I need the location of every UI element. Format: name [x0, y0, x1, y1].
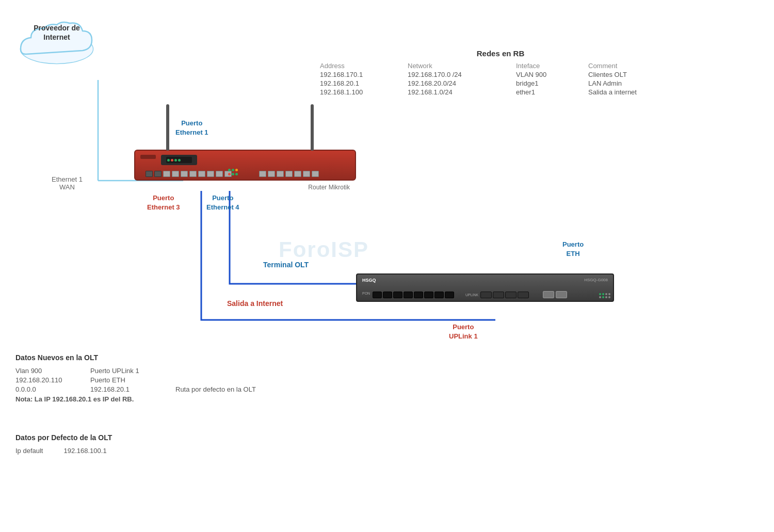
datos-defecto-row1: Ip default 192.168.100.1	[15, 447, 112, 455]
redes-row1-address: 192.168.170.1	[320, 71, 402, 78]
diagram-container: Proveedor de Internet Ethernet 1 WAN	[0, 0, 774, 532]
redes-row2-comment: LAN Admin	[588, 79, 681, 87]
redes-header-address: Address	[320, 62, 402, 70]
datos-nuevos-row2-col2: Puerto ETH	[90, 376, 168, 384]
datos-nuevos-row3-col3: Ruta por defecto en la OLT	[175, 385, 256, 393]
redes-table: Redes en RB Address Network Inteface Com…	[320, 49, 681, 96]
datos-defecto-col2: 192.168.100.1	[64, 447, 107, 455]
watermark: ForoISP	[279, 237, 369, 262]
redes-grid: Address Network Inteface Comment 192.168…	[320, 62, 681, 96]
redes-row3-network: 192.168.1.0/24	[408, 88, 511, 96]
datos-nuevos-row1: Vlan 900 Puerto UPLink 1	[15, 367, 256, 375]
router-device: Router Mikrotik	[134, 150, 356, 191]
datos-nuevos-nota: Nota: La IP 192.168.20.1 es IP del RB.	[15, 395, 256, 403]
datos-defecto-col1: Ip default	[15, 447, 43, 455]
eth1-wan-label: Ethernet 1 WAN	[52, 175, 83, 191]
antenna-left	[166, 104, 169, 151]
datos-nuevos-row3-col1: 0.0.0.0	[15, 385, 83, 393]
datos-nuevos-row3-col2: 192.168.20.1	[90, 385, 168, 393]
datos-nuevos-row1-col1: Vlan 900	[15, 367, 83, 375]
redes-row3-interface: ether1	[516, 88, 583, 96]
datos-nuevos-row2: 192.168.20.110 Puerto ETH	[15, 376, 256, 384]
redes-title: Redes en RB	[320, 49, 681, 58]
olt-brand: HSGQ	[362, 278, 376, 283]
redes-row1-network: 192.168.170.0 /24	[408, 71, 511, 78]
cloud-isp: Proveedor de Internet	[15, 15, 98, 77]
router-label: Router Mikrotik	[308, 184, 350, 191]
port-eth4-label: Puerto Ethernet 4	[206, 194, 239, 212]
salida-internet-label: Salida a Internet	[227, 299, 283, 308]
olt-device: HSGQ HSGQ-G008 PON UPLINK	[356, 273, 614, 310]
redes-header-comment: Comment	[588, 62, 681, 70]
datos-nuevos-title: Datos Nuevos en la OLT	[15, 353, 256, 362]
olt-body: HSGQ HSGQ-G008 PON UPLINK	[356, 273, 614, 302]
datos-defecto-section: Datos por Defecto de la OLT Ip default 1…	[15, 433, 112, 455]
redes-row2-interface: bridge1	[516, 79, 583, 87]
cloud-label: Proveedor de Internet	[15, 23, 98, 42]
datos-defecto-title: Datos por Defecto de la OLT	[15, 433, 112, 442]
datos-nuevos-row3: 0.0.0.0 192.168.20.1 Ruta por defecto en…	[15, 385, 256, 393]
redes-row2-network: 192.168.20.0/24	[408, 79, 511, 87]
redes-row1-comment: Clientes OLT	[588, 71, 681, 78]
port-eth1-label: Puerto Ethernet 1	[175, 119, 208, 137]
redes-header-interface: Inteface	[516, 62, 583, 70]
redes-header-network: Network	[408, 62, 511, 70]
port-uplink-label: Puerto UPLink 1	[449, 323, 478, 341]
datos-nuevos-row1-col2: Puerto UPLink 1	[90, 367, 168, 375]
router-body: Router Mikrotik	[134, 150, 356, 181]
redes-row1-interface: VLAN 900	[516, 71, 583, 78]
port-eth-label: Puerto ETH	[562, 240, 584, 259]
datos-nuevos-section: Datos Nuevos en la OLT Vlan 900 Puerto U…	[15, 353, 256, 403]
redes-row3-address: 192.168.1.100	[320, 88, 402, 96]
datos-nuevos-row2-col1: 192.168.20.110	[15, 376, 83, 384]
antenna-right	[311, 104, 314, 151]
port-eth3-label: Puerto Ethernet 3	[147, 194, 180, 212]
olt-model: HSGQ-G008	[584, 278, 608, 282]
redes-row2-address: 192.168.20.1	[320, 79, 402, 87]
redes-row3-comment: Salida a internet	[588, 88, 681, 96]
